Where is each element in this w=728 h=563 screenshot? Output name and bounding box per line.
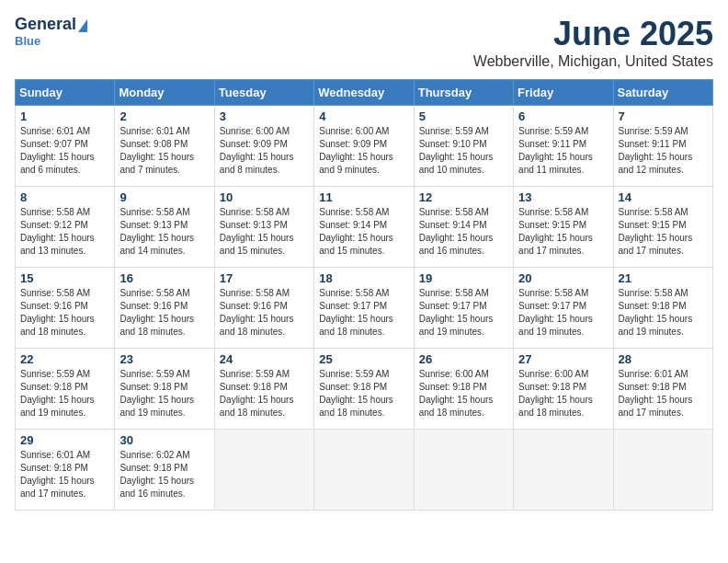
calendar-cell: 28Sunrise: 6:01 AMSunset: 9:18 PMDayligh… <box>613 349 712 430</box>
day-number: 18 <box>319 271 408 285</box>
calendar-cell: 25Sunrise: 5:59 AMSunset: 9:18 PMDayligh… <box>314 349 414 430</box>
calendar: SundayMondayTuesdayWednesdayThursdayFrid… <box>15 79 713 511</box>
calendar-cell: 29Sunrise: 6:01 AMSunset: 9:18 PMDayligh… <box>16 430 115 511</box>
calendar-cell: 15Sunrise: 5:58 AMSunset: 9:16 PMDayligh… <box>16 268 115 349</box>
day-number: 11 <box>319 190 408 204</box>
day-info: Sunrise: 6:01 AMSunset: 9:08 PMDaylight:… <box>119 125 209 177</box>
calendar-cell: 18Sunrise: 5:58 AMSunset: 9:17 PMDayligh… <box>314 268 414 349</box>
week-row-3: 15Sunrise: 5:58 AMSunset: 9:16 PMDayligh… <box>16 268 713 349</box>
calendar-cell: 3Sunrise: 6:00 AMSunset: 9:09 PMDaylight… <box>214 106 313 187</box>
logo: General Blue <box>15 15 87 48</box>
location-title: Webberville, Michigan, United States <box>473 53 713 70</box>
day-info: Sunrise: 6:00 AMSunset: 9:09 PMDaylight:… <box>319 125 408 177</box>
day-info: Sunrise: 5:59 AMSunset: 9:18 PMDaylight:… <box>20 368 109 419</box>
day-info: Sunrise: 5:58 AMSunset: 9:13 PMDaylight:… <box>220 206 309 258</box>
calendar-cell: 30Sunrise: 6:02 AMSunset: 9:18 PMDayligh… <box>115 430 214 511</box>
day-number: 12 <box>419 190 508 204</box>
calendar-cell: 1Sunrise: 6:01 AMSunset: 9:07 PMDaylight… <box>16 106 115 187</box>
logo-general: General <box>15 15 76 34</box>
weekday-header-saturday: Saturday <box>613 80 712 106</box>
day-number: 15 <box>20 271 109 285</box>
weekday-header-row: SundayMondayTuesdayWednesdayThursdayFrid… <box>16 80 713 106</box>
day-number: 16 <box>119 271 209 285</box>
day-number: 27 <box>518 352 608 366</box>
day-info: Sunrise: 5:59 AMSunset: 9:10 PMDaylight:… <box>419 125 508 177</box>
calendar-cell: 7Sunrise: 5:59 AMSunset: 9:11 PMDaylight… <box>613 106 712 187</box>
weekday-header-monday: Monday <box>115 80 214 106</box>
calendar-cell: 11Sunrise: 5:58 AMSunset: 9:14 PMDayligh… <box>314 187 414 268</box>
calendar-cell: 19Sunrise: 5:58 AMSunset: 9:17 PMDayligh… <box>414 268 513 349</box>
calendar-cell <box>214 430 313 511</box>
day-info: Sunrise: 5:58 AMSunset: 9:15 PMDaylight:… <box>518 206 608 258</box>
calendar-cell: 27Sunrise: 6:00 AMSunset: 9:18 PMDayligh… <box>514 349 613 430</box>
calendar-cell: 10Sunrise: 5:58 AMSunset: 9:13 PMDayligh… <box>214 187 313 268</box>
calendar-cell <box>414 430 513 511</box>
day-number: 8 <box>20 190 109 204</box>
day-number: 20 <box>518 271 608 285</box>
day-info: Sunrise: 5:58 AMSunset: 9:15 PMDaylight:… <box>619 206 708 258</box>
day-info: Sunrise: 6:00 AMSunset: 9:18 PMDaylight:… <box>419 368 508 419</box>
day-number: 30 <box>119 433 209 447</box>
day-number: 25 <box>319 352 408 366</box>
day-number: 26 <box>419 352 508 366</box>
day-info: Sunrise: 6:01 AMSunset: 9:18 PMDaylight:… <box>619 368 708 419</box>
week-row-4: 22Sunrise: 5:59 AMSunset: 9:18 PMDayligh… <box>16 349 713 430</box>
day-number: 13 <box>518 190 608 204</box>
day-number: 1 <box>20 109 109 123</box>
day-info: Sunrise: 6:01 AMSunset: 9:07 PMDaylight:… <box>20 125 109 177</box>
day-info: Sunrise: 5:58 AMSunset: 9:17 PMDaylight:… <box>419 287 508 339</box>
header: General Blue June 2025 Webberville, Mich… <box>15 15 713 70</box>
day-info: Sunrise: 5:59 AMSunset: 9:18 PMDaylight:… <box>119 368 209 419</box>
calendar-cell: 6Sunrise: 5:59 AMSunset: 9:11 PMDaylight… <box>514 106 613 187</box>
calendar-cell: 24Sunrise: 5:59 AMSunset: 9:18 PMDayligh… <box>214 349 313 430</box>
day-number: 2 <box>119 109 209 123</box>
calendar-cell: 22Sunrise: 5:59 AMSunset: 9:18 PMDayligh… <box>16 349 115 430</box>
day-number: 24 <box>220 352 309 366</box>
logo-blue: Blue <box>15 34 40 48</box>
title-area: June 2025 Webberville, Michigan, United … <box>473 15 713 70</box>
calendar-cell: 26Sunrise: 6:00 AMSunset: 9:18 PMDayligh… <box>414 349 513 430</box>
calendar-cell: 12Sunrise: 5:58 AMSunset: 9:14 PMDayligh… <box>414 187 513 268</box>
calendar-cell: 5Sunrise: 5:59 AMSunset: 9:10 PMDaylight… <box>414 106 513 187</box>
calendar-cell: 4Sunrise: 6:00 AMSunset: 9:09 PMDaylight… <box>314 106 414 187</box>
day-info: Sunrise: 5:59 AMSunset: 9:11 PMDaylight:… <box>518 125 608 177</box>
day-number: 5 <box>419 109 508 123</box>
calendar-cell: 13Sunrise: 5:58 AMSunset: 9:15 PMDayligh… <box>514 187 613 268</box>
week-row-5: 29Sunrise: 6:01 AMSunset: 9:18 PMDayligh… <box>16 430 713 511</box>
weekday-header-wednesday: Wednesday <box>314 80 414 106</box>
calendar-cell: 17Sunrise: 5:58 AMSunset: 9:16 PMDayligh… <box>214 268 313 349</box>
weekday-header-sunday: Sunday <box>16 80 115 106</box>
day-info: Sunrise: 5:58 AMSunset: 9:16 PMDaylight:… <box>220 287 309 339</box>
day-info: Sunrise: 6:01 AMSunset: 9:18 PMDaylight:… <box>20 449 109 500</box>
day-number: 3 <box>220 109 309 123</box>
day-info: Sunrise: 6:02 AMSunset: 9:18 PMDaylight:… <box>119 449 209 500</box>
calendar-cell: 8Sunrise: 5:58 AMSunset: 9:12 PMDaylight… <box>16 187 115 268</box>
calendar-cell: 21Sunrise: 5:58 AMSunset: 9:18 PMDayligh… <box>613 268 712 349</box>
week-row-1: 1Sunrise: 6:01 AMSunset: 9:07 PMDaylight… <box>16 106 713 187</box>
day-info: Sunrise: 5:59 AMSunset: 9:18 PMDaylight:… <box>319 368 408 419</box>
day-info: Sunrise: 5:58 AMSunset: 9:18 PMDaylight:… <box>619 287 708 339</box>
calendar-cell: 16Sunrise: 5:58 AMSunset: 9:16 PMDayligh… <box>115 268 214 349</box>
calendar-cell: 2Sunrise: 6:01 AMSunset: 9:08 PMDaylight… <box>115 106 214 187</box>
day-number: 29 <box>20 433 109 447</box>
logo-triangle-icon <box>78 19 87 32</box>
calendar-cell: 14Sunrise: 5:58 AMSunset: 9:15 PMDayligh… <box>613 187 712 268</box>
weekday-header-tuesday: Tuesday <box>214 80 313 106</box>
day-number: 17 <box>220 271 309 285</box>
calendar-cell: 9Sunrise: 5:58 AMSunset: 9:13 PMDaylight… <box>115 187 214 268</box>
weekday-header-friday: Friday <box>514 80 613 106</box>
calendar-cell <box>514 430 613 511</box>
day-info: Sunrise: 5:58 AMSunset: 9:17 PMDaylight:… <box>518 287 608 339</box>
day-info: Sunrise: 5:58 AMSunset: 9:14 PMDaylight:… <box>319 206 408 258</box>
day-number: 14 <box>619 190 708 204</box>
calendar-cell <box>613 430 712 511</box>
day-number: 6 <box>518 109 608 123</box>
day-number: 7 <box>619 109 708 123</box>
day-number: 10 <box>220 190 309 204</box>
day-number: 22 <box>20 352 109 366</box>
day-info: Sunrise: 5:59 AMSunset: 9:18 PMDaylight:… <box>220 368 309 419</box>
day-info: Sunrise: 5:58 AMSunset: 9:16 PMDaylight:… <box>119 287 209 339</box>
month-title: June 2025 <box>473 15 713 53</box>
calendar-cell <box>314 430 414 511</box>
day-info: Sunrise: 5:58 AMSunset: 9:14 PMDaylight:… <box>419 206 508 258</box>
